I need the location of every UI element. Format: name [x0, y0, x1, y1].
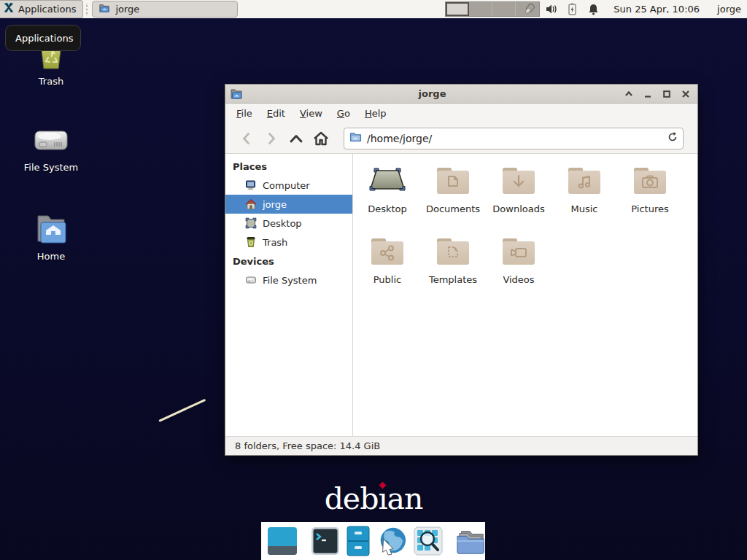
- debian-logo-text: deb: [325, 481, 379, 516]
- close-button[interactable]: [678, 87, 693, 101]
- videos-folder-icon: [498, 232, 539, 271]
- file-item-music[interactable]: Music: [551, 161, 617, 232]
- computer-icon: [244, 179, 257, 192]
- sidebar-item-label: jorge: [263, 199, 287, 210]
- sidebar-item-jorge[interactable]: jorge: [225, 195, 352, 214]
- workspace-3[interactable]: [492, 2, 516, 16]
- up-button[interactable]: [284, 127, 309, 150]
- dock-web-browser[interactable]: [376, 526, 407, 556]
- panel-clock[interactable]: Sun 25 Apr, 10:06: [614, 4, 700, 15]
- applications-menu-button[interactable]: Applications: [0, 0, 83, 18]
- sidebar-item-trash[interactable]: Trash: [225, 233, 352, 252]
- panel-handle: [85, 3, 89, 16]
- trash-small-icon: [244, 236, 257, 249]
- file-item-label: Pictures: [631, 203, 668, 214]
- file-list: Desktop Documents: [353, 154, 697, 436]
- file-manager-window: jorge File Edit View Go Help: [225, 84, 698, 456]
- file-item-label: Music: [571, 203, 598, 214]
- debian-logo-text: an: [387, 481, 423, 516]
- sidebar-item-desktop[interactable]: Desktop: [225, 214, 352, 233]
- templates-folder-icon: [433, 232, 473, 271]
- file-item-documents[interactable]: Documents: [420, 161, 486, 232]
- back-button[interactable]: [234, 127, 259, 150]
- documents-folder-icon: [433, 161, 473, 201]
- reload-button[interactable]: [667, 131, 678, 146]
- desktop-folder-icon: [367, 161, 408, 201]
- file-item-videos[interactable]: Videos: [486, 232, 551, 303]
- file-item-label: Desktop: [368, 203, 407, 214]
- file-item-downloads[interactable]: Downloads: [486, 161, 551, 232]
- shade-button[interactable]: [622, 87, 636, 101]
- taskbar-window-label: jorge: [115, 4, 139, 15]
- tooltip-text: Applications: [15, 33, 73, 44]
- dock-terminal[interactable]: [311, 526, 340, 556]
- volume-icon[interactable]: [544, 2, 558, 16]
- downloads-folder-icon: [498, 161, 539, 201]
- menu-go[interactable]: Go: [330, 105, 357, 122]
- applications-menu-label: Applications: [18, 4, 76, 15]
- path-bar[interactable]: /home/jorge/: [344, 128, 684, 149]
- sidebar: Places Computer: [225, 154, 353, 436]
- notifications-bell-icon[interactable]: [587, 2, 600, 16]
- file-item-desktop[interactable]: Desktop: [355, 161, 420, 232]
- public-folder-icon: [367, 232, 408, 271]
- dock: [261, 522, 485, 560]
- sidebar-item-label: Trash: [263, 237, 287, 248]
- pictures-folder-icon: [630, 161, 670, 201]
- dock-app-finder[interactable]: [414, 526, 443, 556]
- minimize-button[interactable]: [640, 87, 655, 101]
- dock-show-desktop[interactable]: [267, 526, 298, 556]
- window-home-folder-icon: [230, 88, 243, 101]
- sidebar-places-header: Places: [225, 157, 352, 176]
- desktop-icon: [244, 217, 257, 230]
- folder-window-icon: [98, 2, 110, 16]
- desktop-artifact-line: [158, 399, 206, 422]
- status-bar: 8 folders, Free space: 14.4 GiB: [225, 436, 697, 455]
- toolbar: /home/jorge/: [225, 123, 697, 154]
- dock-file-manager[interactable]: [456, 526, 487, 556]
- debian-logo: debıan: [0, 481, 747, 516]
- hard-drive-icon: [34, 122, 69, 158]
- menu-bar: File Edit View Go Help: [225, 104, 697, 123]
- menu-help[interactable]: Help: [358, 105, 393, 122]
- sidebar-item-computer[interactable]: Computer: [225, 176, 352, 195]
- home-button[interactable]: [309, 127, 333, 150]
- applications-tooltip: Applications: [5, 25, 81, 51]
- maximize-button[interactable]: [659, 87, 674, 101]
- workspace-1[interactable]: [446, 2, 469, 16]
- panel-user-label[interactable]: jorge: [717, 4, 741, 15]
- forward-button[interactable]: [259, 127, 284, 150]
- workspace-2[interactable]: [469, 2, 492, 16]
- dock-file-cabinet[interactable]: [347, 526, 370, 556]
- sidebar-devices-header: Devices: [225, 252, 352, 271]
- menu-view[interactable]: View: [293, 105, 329, 122]
- menu-file[interactable]: File: [230, 105, 259, 122]
- sidebar-item-file-system[interactable]: File System: [225, 271, 352, 289]
- music-folder-icon: [564, 161, 605, 201]
- file-item-label: Downloads: [492, 203, 544, 214]
- desktop-icon-label: Home: [37, 251, 65, 262]
- status-text: 8 folders, Free space: 14.4 GiB: [235, 440, 380, 451]
- sidebar-item-label: File System: [263, 275, 317, 286]
- taskbar-window-button[interactable]: jorge: [92, 1, 238, 18]
- sidebar-item-label: Desktop: [263, 218, 302, 229]
- input-device-icon[interactable]: [523, 2, 537, 16]
- system-tray: Sun 25 Apr, 10:06 jorge: [523, 0, 747, 18]
- file-item-label: Templates: [429, 274, 477, 285]
- file-item-label: Public: [374, 274, 401, 285]
- window-titlebar[interactable]: jorge: [225, 85, 697, 104]
- file-item-label: Videos: [503, 274, 534, 285]
- drive-icon: [244, 274, 257, 287]
- file-item-pictures[interactable]: Pictures: [617, 161, 683, 232]
- desktop-icon-label: Trash: [39, 76, 63, 87]
- menu-edit[interactable]: Edit: [260, 105, 292, 122]
- desktop-icon-filesystem[interactable]: File System: [16, 122, 86, 173]
- sidebar-item-label: Computer: [263, 180, 310, 191]
- desktop-icon-home[interactable]: Home: [16, 211, 86, 262]
- file-item-templates[interactable]: Templates: [420, 232, 486, 303]
- desktop-icon-label: File System: [24, 162, 78, 173]
- path-text[interactable]: /home/jorge/: [367, 133, 667, 144]
- file-item-public[interactable]: Public: [355, 232, 420, 303]
- xfce-applications-icon: [3, 2, 15, 16]
- battery-icon[interactable]: [565, 2, 579, 16]
